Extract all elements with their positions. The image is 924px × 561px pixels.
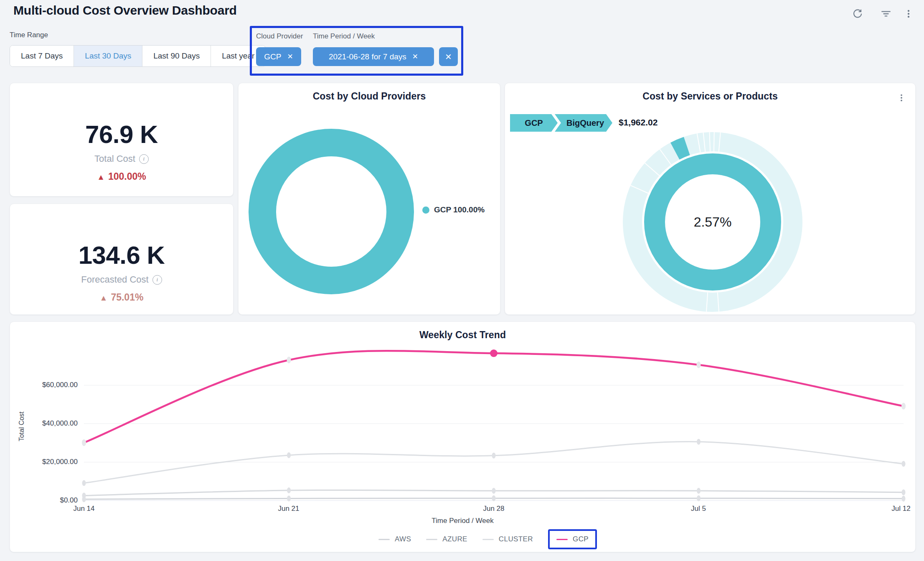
data-point xyxy=(697,488,701,494)
info-icon[interactable]: i xyxy=(139,154,149,164)
time-range-last-7-days[interactable]: Last 7 Days xyxy=(10,46,74,66)
data-point xyxy=(697,495,701,501)
data-point xyxy=(82,493,86,499)
x-tick: Jul 12 xyxy=(891,505,910,513)
legend-dash xyxy=(426,539,437,540)
filter-group-label: Cloud Provider xyxy=(256,32,303,41)
line-cluster xyxy=(84,441,904,483)
chart-title: Cost by Services or Products xyxy=(505,91,915,102)
x-tick: Jun 14 xyxy=(73,505,94,513)
x-tick: Jul 5 xyxy=(691,505,706,513)
close-icon: ✕ xyxy=(445,53,452,61)
time-range-label: Time Range xyxy=(10,31,48,39)
clear-filters-button[interactable]: ✕ xyxy=(439,47,458,66)
triangle-up-icon: ▲ xyxy=(97,173,105,181)
total-cost-label: Total Cost i xyxy=(10,153,233,164)
data-point xyxy=(287,452,291,458)
cost-by-cloud-providers-card: Cost by Cloud Providers GCP 100.00% xyxy=(238,83,500,315)
triangle-up-icon: ▲ xyxy=(100,293,108,302)
legend-label: GCP 100.00% xyxy=(434,205,485,214)
data-point xyxy=(902,490,906,495)
breadcrumb-bigquery[interactable]: BigQuery xyxy=(555,114,612,132)
legend-dash xyxy=(556,539,568,540)
dashboard: Multi-cloud Cost Overview Dashboard Time… xyxy=(0,0,924,561)
close-icon[interactable]: ✕ xyxy=(412,53,418,60)
legend-dash xyxy=(378,539,390,540)
data-point xyxy=(901,403,906,410)
legend-dash xyxy=(482,539,494,540)
legend-item-azure[interactable]: AZURE xyxy=(426,535,467,543)
weekly-cost-trend-card: Weekly Cost Trend Total Cost $0.00 $20,0… xyxy=(10,321,916,552)
legend-item-cluster[interactable]: CLUSTER xyxy=(482,535,533,543)
legend-item-aws[interactable]: AWS xyxy=(378,535,411,543)
filter-icon[interactable] xyxy=(879,7,893,21)
data-point xyxy=(492,488,496,494)
data-point xyxy=(902,496,906,502)
data-point xyxy=(492,453,496,459)
filter-chip-time-period[interactable]: 2021-06-28 for 7 days ✕ xyxy=(313,47,434,66)
selected-slice-value: $1,962.02 xyxy=(619,117,657,128)
data-point xyxy=(697,362,701,368)
time-range-last-90-days[interactable]: Last 90 Days xyxy=(142,46,211,66)
filter-chip-gcp[interactable]: GCP ✕ xyxy=(256,47,301,66)
info-icon[interactable]: i xyxy=(152,275,162,285)
data-point xyxy=(287,357,291,363)
kpi-card-total-cost: 76.9 K Total Cost i ▲100.00% xyxy=(10,83,234,196)
data-point xyxy=(82,480,86,486)
data-point xyxy=(697,439,701,445)
close-icon[interactable]: ✕ xyxy=(287,53,293,60)
x-tick: Jun 21 xyxy=(278,505,299,513)
filter-group-label: Time Period / Week xyxy=(313,32,375,41)
forecasted-cost-value: 134.6 K xyxy=(10,241,233,270)
kpi-card-forecasted-cost: 134.6 K Forecasted Cost i ▲75.01% xyxy=(10,204,234,315)
trend-legend: AWS AZURE CLUSTER GCP xyxy=(10,529,915,549)
data-point xyxy=(902,461,906,467)
refresh-icon[interactable] xyxy=(850,7,865,21)
legend-dot xyxy=(422,207,429,214)
x-tick: Jun 28 xyxy=(483,505,504,513)
applied-filters-highlight-box: Cloud Provider Time Period / Week GCP ✕ … xyxy=(250,26,463,76)
breadcrumb-gcp[interactable]: GCP xyxy=(510,114,558,132)
data-point xyxy=(490,349,498,357)
time-range-segmented-control: Last 7 Days Last 30 Days Last 90 Days La… xyxy=(10,45,266,67)
forecasted-cost-label: Forecasted Cost i xyxy=(10,274,233,285)
center-percentage: 2.57% xyxy=(621,130,805,314)
donut-legend[interactable]: GCP 100.00% xyxy=(422,205,485,214)
total-cost-value: 76.9 K xyxy=(10,120,233,149)
data-point xyxy=(287,495,291,501)
chart-title: Cost by Cloud Providers xyxy=(239,91,500,102)
time-range-last-30-days[interactable]: Last 30 Days xyxy=(74,46,142,66)
cloud-providers-donut-chart[interactable] xyxy=(248,128,415,295)
data-point xyxy=(82,439,86,446)
cost-by-services-card: Cost by Services or Products GCP BigQuer… xyxy=(505,83,916,315)
total-cost-delta: ▲100.00% xyxy=(10,171,233,182)
x-axis-label: Time Period / Week xyxy=(10,517,915,525)
kebab-menu-icon[interactable] xyxy=(894,91,909,105)
data-point xyxy=(492,495,496,501)
legend-item-gcp-highlighted[interactable]: GCP xyxy=(548,529,597,549)
line-gcp xyxy=(84,351,904,443)
forecasted-cost-delta: ▲75.01% xyxy=(10,292,233,303)
page-title: Multi-cloud Cost Overview Dashboard xyxy=(13,3,237,18)
kebab-menu-icon[interactable] xyxy=(901,7,916,21)
data-point xyxy=(287,487,291,493)
